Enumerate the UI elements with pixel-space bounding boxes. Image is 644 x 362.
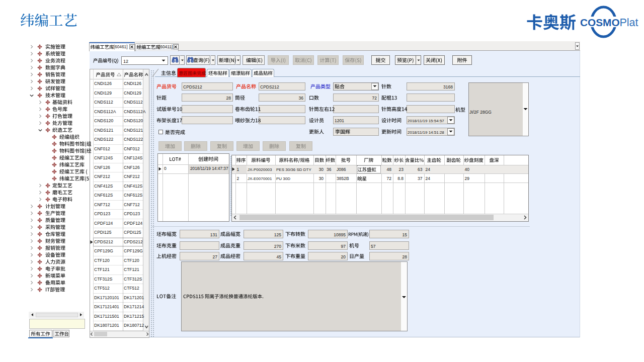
svg-text:Plat: Plat (620, 17, 638, 29)
svg-text:COSMO: COSMO (580, 17, 620, 28)
